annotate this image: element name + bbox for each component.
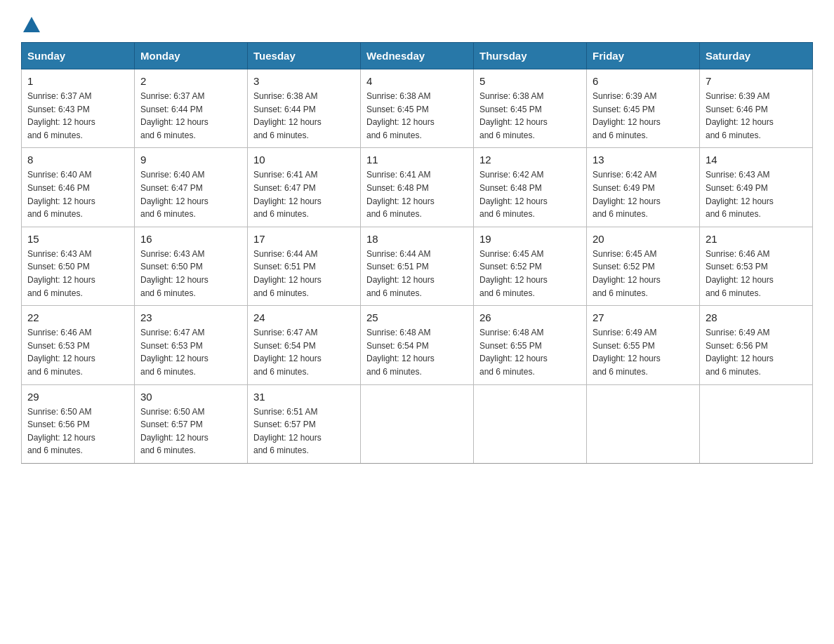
calendar-cell: 28Sunrise: 6:49 AMSunset: 6:56 PMDayligh… bbox=[700, 306, 813, 384]
day-number: 13 bbox=[593, 154, 694, 166]
calendar-cell: 8Sunrise: 6:40 AMSunset: 6:46 PMDaylight… bbox=[22, 148, 135, 227]
calendar-cell: 18Sunrise: 6:44 AMSunset: 6:51 PMDayligh… bbox=[361, 227, 474, 305]
calendar-week-3: 15Sunrise: 6:43 AMSunset: 6:50 PMDayligh… bbox=[22, 227, 813, 305]
calendar-cell: 15Sunrise: 6:43 AMSunset: 6:50 PMDayligh… bbox=[22, 227, 135, 305]
calendar-cell: 9Sunrise: 6:40 AMSunset: 6:47 PMDaylight… bbox=[135, 148, 248, 227]
day-number: 18 bbox=[366, 233, 468, 245]
calendar-cell: 24Sunrise: 6:47 AMSunset: 6:54 PMDayligh… bbox=[248, 306, 361, 384]
day-info: Sunrise: 6:39 AMSunset: 6:46 PMDaylight:… bbox=[706, 90, 807, 142]
calendar-cell: 30Sunrise: 6:50 AMSunset: 6:57 PMDayligh… bbox=[135, 384, 248, 463]
day-info: Sunrise: 6:43 AMSunset: 6:49 PMDaylight:… bbox=[706, 168, 807, 220]
col-header-thursday: Thursday bbox=[474, 43, 587, 69]
calendar-cell: 19Sunrise: 6:45 AMSunset: 6:52 PMDayligh… bbox=[474, 227, 587, 305]
day-info: Sunrise: 6:46 AMSunset: 6:53 PMDaylight:… bbox=[27, 326, 128, 378]
calendar-cell: 23Sunrise: 6:47 AMSunset: 6:53 PMDayligh… bbox=[135, 306, 248, 384]
page-header bbox=[21, 14, 813, 31]
day-info: Sunrise: 6:44 AMSunset: 6:51 PMDaylight:… bbox=[253, 248, 355, 300]
day-number: 24 bbox=[253, 311, 355, 323]
day-info: Sunrise: 6:48 AMSunset: 6:54 PMDaylight:… bbox=[366, 326, 468, 378]
calendar-cell: 14Sunrise: 6:43 AMSunset: 6:49 PMDayligh… bbox=[700, 148, 813, 227]
calendar-cell: 6Sunrise: 6:39 AMSunset: 6:45 PMDaylight… bbox=[587, 69, 700, 148]
calendar-cell: 25Sunrise: 6:48 AMSunset: 6:54 PMDayligh… bbox=[361, 306, 474, 384]
day-number: 31 bbox=[253, 391, 355, 403]
calendar-cell: 27Sunrise: 6:49 AMSunset: 6:55 PMDayligh… bbox=[587, 306, 700, 384]
day-number: 1 bbox=[27, 75, 128, 87]
calendar-cell: 22Sunrise: 6:46 AMSunset: 6:53 PMDayligh… bbox=[22, 306, 135, 384]
calendar-cell: 3Sunrise: 6:38 AMSunset: 6:44 PMDaylight… bbox=[248, 69, 361, 148]
day-info: Sunrise: 6:39 AMSunset: 6:45 PMDaylight:… bbox=[593, 90, 694, 142]
logo-triangle-icon bbox=[23, 17, 40, 32]
calendar-cell: 20Sunrise: 6:45 AMSunset: 6:52 PMDayligh… bbox=[587, 227, 700, 305]
day-info: Sunrise: 6:50 AMSunset: 6:57 PMDaylight:… bbox=[140, 405, 241, 457]
calendar-cell: 21Sunrise: 6:46 AMSunset: 6:53 PMDayligh… bbox=[700, 227, 813, 305]
day-info: Sunrise: 6:38 AMSunset: 6:45 PMDaylight:… bbox=[366, 90, 468, 142]
day-info: Sunrise: 6:47 AMSunset: 6:54 PMDaylight:… bbox=[253, 326, 355, 378]
day-number: 12 bbox=[479, 154, 581, 166]
day-info: Sunrise: 6:37 AMSunset: 6:43 PMDaylight:… bbox=[27, 90, 128, 142]
col-header-friday: Friday bbox=[587, 43, 700, 69]
calendar-week-5: 29Sunrise: 6:50 AMSunset: 6:56 PMDayligh… bbox=[22, 384, 813, 463]
day-info: Sunrise: 6:42 AMSunset: 6:49 PMDaylight:… bbox=[593, 168, 694, 220]
day-number: 19 bbox=[479, 233, 581, 245]
day-number: 9 bbox=[140, 154, 241, 166]
day-number: 5 bbox=[479, 75, 581, 87]
col-header-sunday: Sunday bbox=[22, 43, 135, 69]
calendar-week-1: 1Sunrise: 6:37 AMSunset: 6:43 PMDaylight… bbox=[22, 69, 813, 148]
day-info: Sunrise: 6:48 AMSunset: 6:55 PMDaylight:… bbox=[479, 326, 581, 378]
day-number: 10 bbox=[253, 154, 355, 166]
day-number: 29 bbox=[27, 391, 128, 403]
day-info: Sunrise: 6:41 AMSunset: 6:47 PMDaylight:… bbox=[253, 168, 355, 220]
day-info: Sunrise: 6:49 AMSunset: 6:56 PMDaylight:… bbox=[706, 326, 807, 378]
calendar-cell: 11Sunrise: 6:41 AMSunset: 6:48 PMDayligh… bbox=[361, 148, 474, 227]
day-info: Sunrise: 6:38 AMSunset: 6:44 PMDaylight:… bbox=[253, 90, 355, 142]
calendar-cell: 7Sunrise: 6:39 AMSunset: 6:46 PMDaylight… bbox=[700, 69, 813, 148]
calendar-cell: 10Sunrise: 6:41 AMSunset: 6:47 PMDayligh… bbox=[248, 148, 361, 227]
day-number: 2 bbox=[140, 75, 241, 87]
day-info: Sunrise: 6:46 AMSunset: 6:53 PMDaylight:… bbox=[706, 248, 807, 300]
day-number: 7 bbox=[706, 75, 807, 87]
calendar-cell: 4Sunrise: 6:38 AMSunset: 6:45 PMDaylight… bbox=[361, 69, 474, 148]
day-number: 11 bbox=[366, 154, 468, 166]
calendar-cell: 29Sunrise: 6:50 AMSunset: 6:56 PMDayligh… bbox=[22, 384, 135, 463]
day-number: 25 bbox=[366, 311, 468, 323]
day-info: Sunrise: 6:44 AMSunset: 6:51 PMDaylight:… bbox=[366, 248, 468, 300]
calendar-header-row: SundayMondayTuesdayWednesdayThursdayFrid… bbox=[22, 43, 813, 69]
calendar-cell: 31Sunrise: 6:51 AMSunset: 6:57 PMDayligh… bbox=[248, 384, 361, 463]
day-number: 23 bbox=[140, 311, 241, 323]
day-info: Sunrise: 6:51 AMSunset: 6:57 PMDaylight:… bbox=[253, 405, 355, 457]
calendar-cell: 1Sunrise: 6:37 AMSunset: 6:43 PMDaylight… bbox=[22, 69, 135, 148]
day-number: 28 bbox=[706, 311, 807, 323]
day-number: 30 bbox=[140, 391, 241, 403]
day-info: Sunrise: 6:45 AMSunset: 6:52 PMDaylight:… bbox=[593, 248, 694, 300]
calendar-cell: 26Sunrise: 6:48 AMSunset: 6:55 PMDayligh… bbox=[474, 306, 587, 384]
calendar-cell bbox=[700, 384, 813, 463]
day-info: Sunrise: 6:41 AMSunset: 6:48 PMDaylight:… bbox=[366, 168, 468, 220]
day-info: Sunrise: 6:49 AMSunset: 6:55 PMDaylight:… bbox=[593, 326, 694, 378]
calendar-cell: 13Sunrise: 6:42 AMSunset: 6:49 PMDayligh… bbox=[587, 148, 700, 227]
calendar-cell: 12Sunrise: 6:42 AMSunset: 6:48 PMDayligh… bbox=[474, 148, 587, 227]
col-header-wednesday: Wednesday bbox=[361, 43, 474, 69]
day-info: Sunrise: 6:43 AMSunset: 6:50 PMDaylight:… bbox=[140, 248, 241, 300]
calendar-table: SundayMondayTuesdayWednesdayThursdayFrid… bbox=[21, 42, 813, 464]
calendar-week-4: 22Sunrise: 6:46 AMSunset: 6:53 PMDayligh… bbox=[22, 306, 813, 384]
day-number: 3 bbox=[253, 75, 355, 87]
day-number: 15 bbox=[27, 233, 128, 245]
calendar-cell bbox=[474, 384, 587, 463]
day-number: 8 bbox=[27, 154, 128, 166]
day-number: 6 bbox=[593, 75, 694, 87]
day-info: Sunrise: 6:37 AMSunset: 6:44 PMDaylight:… bbox=[140, 90, 241, 142]
col-header-tuesday: Tuesday bbox=[248, 43, 361, 69]
calendar-cell: 2Sunrise: 6:37 AMSunset: 6:44 PMDaylight… bbox=[135, 69, 248, 148]
calendar-cell bbox=[361, 384, 474, 463]
calendar-week-2: 8Sunrise: 6:40 AMSunset: 6:46 PMDaylight… bbox=[22, 148, 813, 227]
day-number: 14 bbox=[706, 154, 807, 166]
logo bbox=[21, 14, 40, 31]
day-number: 4 bbox=[366, 75, 468, 87]
day-number: 27 bbox=[593, 311, 694, 323]
day-info: Sunrise: 6:45 AMSunset: 6:52 PMDaylight:… bbox=[479, 248, 581, 300]
day-number: 17 bbox=[253, 233, 355, 245]
day-number: 20 bbox=[593, 233, 694, 245]
day-info: Sunrise: 6:43 AMSunset: 6:50 PMDaylight:… bbox=[27, 248, 128, 300]
col-header-monday: Monday bbox=[135, 43, 248, 69]
day-info: Sunrise: 6:50 AMSunset: 6:56 PMDaylight:… bbox=[27, 405, 128, 457]
